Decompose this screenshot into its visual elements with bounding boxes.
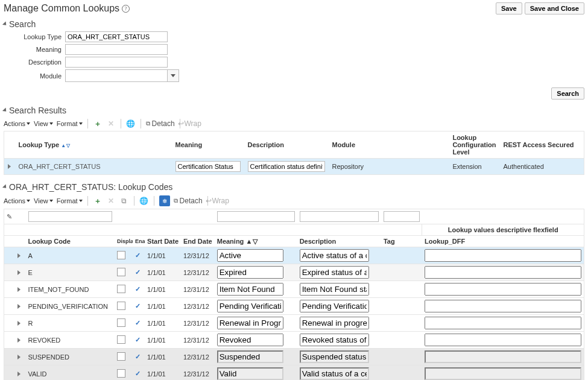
- display-seq-checkbox[interactable]: [117, 335, 125, 344]
- cell-lookup-code[interactable]: A: [26, 247, 115, 264]
- cell-tag[interactable]: [381, 315, 422, 332]
- cell-lookup-code[interactable]: VALID: [26, 366, 115, 381]
- cell-end-date[interactable]: 12/31/12: [181, 281, 215, 298]
- col-module[interactable]: Module: [329, 131, 449, 159]
- col-tag[interactable]: Tag: [381, 236, 422, 247]
- col-description[interactable]: Description: [244, 131, 329, 159]
- display-seq-checkbox[interactable]: [117, 318, 125, 327]
- cell-description-input[interactable]: [300, 334, 369, 346]
- wrap-button[interactable]: ↩ Wrap: [185, 119, 195, 128]
- col-meaning[interactable]: Meaning: [172, 131, 244, 159]
- col-lookup-code[interactable]: Lookup Code: [26, 236, 115, 247]
- cell-dff-input[interactable]: [425, 249, 581, 262]
- cell-tag[interactable]: [381, 247, 422, 264]
- filter-meaning[interactable]: [217, 211, 295, 222]
- cell-meaning-input[interactable]: [217, 334, 283, 346]
- cell-description-input[interactable]: [300, 249, 369, 262]
- col-end-date[interactable]: End Date: [181, 236, 215, 247]
- expand-icon[interactable]: [17, 372, 21, 376]
- cell-start-date[interactable]: 1/1/01: [145, 315, 181, 332]
- meaning-input[interactable]: [65, 44, 168, 55]
- cell-start-date[interactable]: 1/1/01: [145, 332, 181, 349]
- delete-row-icon[interactable]: ✕: [106, 119, 116, 128]
- table-row[interactable]: SUSPENDED✓1/1/0112/31/12: [4, 349, 584, 366]
- cell-dff-input[interactable]: [425, 367, 581, 380]
- cell-end-date[interactable]: 12/31/12: [181, 349, 215, 366]
- cell-tag[interactable]: [381, 332, 422, 349]
- cell-dff-input[interactable]: [425, 350, 581, 363]
- cell-lookup-code[interactable]: PENDING_VERIFICATION: [26, 298, 115, 315]
- actions-menu[interactable]: Actions: [4, 197, 30, 204]
- cell-description-input[interactable]: [300, 367, 369, 380]
- results-section-header[interactable]: Search Results: [4, 106, 584, 115]
- cell-meaning-input[interactable]: [217, 350, 283, 363]
- expand-icon[interactable]: [17, 321, 21, 326]
- cell-description-input[interactable]: [248, 161, 325, 172]
- cell-meaning-input[interactable]: [175, 161, 241, 172]
- view-menu[interactable]: View: [34, 120, 53, 127]
- cell-dff-input[interactable]: [425, 283, 581, 296]
- expand-icon[interactable]: [17, 253, 21, 258]
- cell-lookup-code[interactable]: ITEM_NOT_FOUND: [26, 281, 115, 298]
- duplicate-icon[interactable]: ⧉: [119, 196, 129, 206]
- description-input[interactable]: [65, 57, 168, 68]
- cell-description-input[interactable]: [300, 283, 369, 296]
- expand-icon[interactable]: [17, 338, 21, 343]
- col-lookup-dff[interactable]: Lookup_DFF: [422, 236, 584, 247]
- format-menu[interactable]: Format: [57, 120, 83, 127]
- cell-dff-input[interactable]: [425, 266, 581, 279]
- cell-start-date[interactable]: 1/1/01: [145, 349, 181, 366]
- cell-start-date[interactable]: 1/1/01: [145, 366, 181, 381]
- delete-row-icon[interactable]: ✕: [106, 196, 116, 206]
- cell-meaning-input[interactable]: [217, 266, 283, 279]
- cell-lookup-code[interactable]: E: [26, 264, 115, 281]
- table-row[interactable]: E✓1/1/0112/31/12: [4, 264, 584, 281]
- codes-section-header[interactable]: ORA_HRT_CERT_STATUS: Lookup Codes: [4, 182, 584, 192]
- display-seq-checkbox[interactable]: [117, 251, 125, 259]
- help-icon[interactable]: ?: [122, 5, 130, 13]
- cell-dff-input[interactable]: [425, 334, 581, 346]
- filter-tag[interactable]: [384, 211, 420, 222]
- cell-start-date[interactable]: 1/1/01: [145, 281, 181, 298]
- cell-end-date[interactable]: 12/31/12: [181, 332, 215, 349]
- expand-icon[interactable]: [17, 270, 21, 275]
- expand-icon[interactable]: [8, 164, 11, 169]
- cell-description-input[interactable]: [300, 266, 369, 279]
- display-seq-checkbox[interactable]: [117, 352, 125, 361]
- table-row[interactable]: REVOKED✓1/1/0112/31/12: [4, 332, 584, 349]
- cell-end-date[interactable]: 12/31/12: [181, 366, 215, 381]
- expand-icon[interactable]: [17, 287, 21, 292]
- wrap-button[interactable]: ↩ Wrap: [213, 196, 223, 206]
- cell-end-date[interactable]: 12/31/12: [181, 315, 215, 332]
- cell-dff-input[interactable]: [425, 300, 581, 312]
- module-dropdown-button[interactable]: [167, 69, 179, 82]
- table-row[interactable]: PENDING_VERIFICATION✓1/1/0112/31/12: [4, 298, 584, 315]
- expand-icon[interactable]: [17, 355, 21, 359]
- search-button[interactable]: Search: [551, 87, 584, 100]
- col-config-level[interactable]: Lookup Configuration Level: [449, 131, 499, 159]
- cell-meaning-input[interactable]: [217, 317, 283, 329]
- cell-end-date[interactable]: 12/31/12: [181, 247, 215, 264]
- save-button[interactable]: Save: [496, 2, 522, 14]
- add-row-icon[interactable]: ＋: [93, 196, 103, 206]
- cell-end-date[interactable]: 12/31/12: [181, 264, 215, 281]
- cell-description-input[interactable]: [300, 317, 369, 329]
- table-row[interactable]: R✓1/1/0112/31/12: [4, 315, 584, 332]
- filter-lookup-code[interactable]: [28, 211, 113, 222]
- globe-icon[interactable]: 🌐: [139, 196, 149, 206]
- module-input[interactable]: [65, 69, 168, 82]
- display-seq-checkbox[interactable]: [117, 285, 125, 293]
- cell-meaning-input[interactable]: [217, 249, 283, 262]
- filter-description[interactable]: [300, 211, 379, 222]
- cell-lookup-code[interactable]: R: [26, 315, 115, 332]
- globe-icon[interactable]: 🌐: [126, 119, 136, 128]
- cell-description-input[interactable]: [300, 350, 369, 363]
- cell-meaning-input[interactable]: [217, 300, 283, 312]
- cell-lookup-code[interactable]: SUSPENDED: [26, 349, 115, 366]
- cell-start-date[interactable]: 1/1/01: [145, 247, 181, 264]
- table-row[interactable]: ITEM_NOT_FOUND✓1/1/0112/31/12: [4, 281, 584, 298]
- cell-tag[interactable]: [381, 349, 422, 366]
- col-enabled[interactable]: Enabled: [133, 236, 145, 247]
- lookup-type-input[interactable]: [65, 31, 168, 42]
- cell-description-input[interactable]: [300, 300, 369, 312]
